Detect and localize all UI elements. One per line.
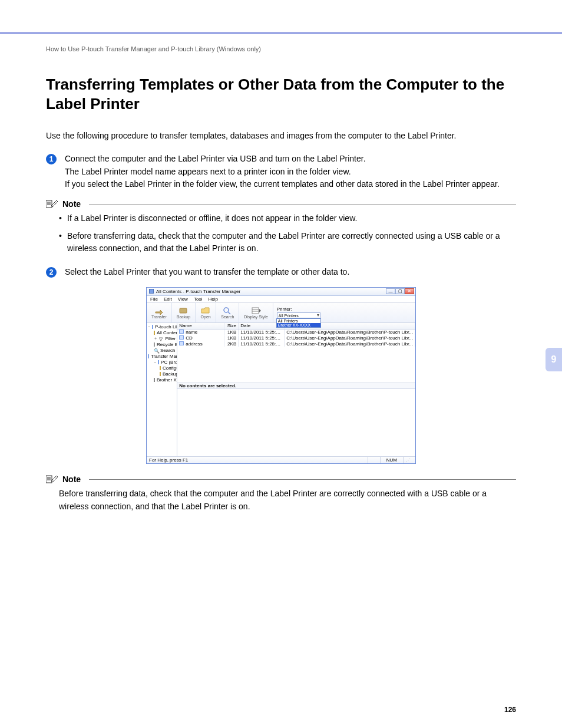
transfer-icon [154, 307, 164, 315]
svg-point-5 [224, 308, 229, 312]
app-icon [149, 289, 154, 294]
minimize-button[interactable]: — [386, 288, 395, 294]
tb-transfer-label: Transfer [151, 315, 167, 319]
tb-backup[interactable]: Backup [172, 303, 196, 322]
note-title: Note [62, 199, 81, 209]
step-1-line-1: Connect the computer and the Label Print… [65, 154, 366, 163]
status-grip: ⋰ [403, 456, 413, 463]
menu-file[interactable]: File [150, 297, 158, 302]
step-2-body: Select the Label Printer that you want t… [65, 266, 516, 279]
tb-search-label: Search [221, 315, 234, 319]
step-1: 1 Connect the computer and the Label Pri… [46, 153, 516, 191]
note-icon [46, 475, 59, 484]
tree-recycle-bin[interactable]: Recycle Bin [148, 342, 176, 348]
tb-transfer[interactable]: Transfer [147, 303, 172, 322]
page-title: Transferring Templates or Other Data fro… [46, 75, 516, 113]
tb-search[interactable]: Search [216, 303, 239, 322]
tree-search-results[interactable]: 🔍Search Results [148, 348, 176, 354]
maximize-button[interactable]: ▢ [395, 288, 405, 294]
status-cell-empty [368, 456, 380, 463]
col-name[interactable]: Name [177, 323, 224, 329]
chapter-tab: 9 [546, 348, 562, 371]
tree-printer[interactable]: Brother XX-XXXX [148, 377, 176, 383]
printer-label: Printer: [277, 307, 320, 312]
svg-rect-7 [252, 308, 259, 314]
tb-open[interactable]: Open [196, 303, 216, 322]
printer-option-all[interactable]: All Printers [277, 319, 320, 323]
toolbar: Transfer Backup Open Search Display Styl… [147, 303, 415, 323]
printer-select[interactable]: All Printers [277, 312, 320, 318]
tree-all-contents[interactable]: All Contents [148, 330, 176, 336]
tb-printer-selector: Printer: All Printers All Printers Broth… [273, 307, 324, 318]
step-1-body: Connect the computer and the Label Print… [65, 153, 516, 191]
tree-configurations[interactable]: Configurations [148, 365, 176, 371]
tb-display-label: Display Style [244, 315, 267, 319]
menu-tool[interactable]: Tool [194, 297, 203, 302]
app-window: All Contents - P-touch Transfer Manager … [146, 287, 416, 464]
menubar: File Edit View Tool Help [147, 296, 415, 303]
menu-edit[interactable]: Edit [164, 297, 172, 302]
tb-display-style[interactable]: Display Style [239, 303, 273, 322]
step-1-line-3: If you select the Label Printer in the f… [65, 179, 500, 189]
tb-open-label: Open [201, 315, 211, 319]
tree-backups[interactable]: Backups [148, 371, 176, 377]
printer-dropdown: All Printers Brother XX-XXXX [276, 318, 321, 328]
tree-ptouch-library[interactable]: −P-touch Library [148, 324, 176, 330]
status-help: For Help, press F1 [149, 457, 188, 463]
note-block-1: Note If a Label Printer is disconnected … [46, 199, 516, 255]
svg-rect-10 [46, 476, 52, 483]
note-icon [46, 199, 59, 209]
tree-transfer-manager[interactable]: Transfer Manager [148, 354, 176, 360]
titlebar[interactable]: All Contents - P-touch Transfer Manager … [147, 288, 415, 296]
printer-select-value: All Printers [279, 314, 299, 318]
status-numlock: NUM [380, 456, 403, 463]
step-2: 2 Select the Label Printer that you want… [46, 266, 516, 279]
note-title: Note [62, 475, 81, 484]
page-number: 126 [504, 706, 516, 714]
svg-rect-0 [46, 200, 52, 207]
window-title: All Contents - P-touch Transfer Manager [156, 289, 240, 294]
note-1-bullet-2: Before transferring data, check that the… [59, 230, 516, 255]
step-1-line-2: The Label Printer model name appears nex… [65, 167, 351, 176]
file-icon [179, 335, 184, 340]
page-content: How to Use P-touch Transfer Manager and … [0, 34, 562, 547]
search-icon [222, 307, 233, 315]
tb-backup-label: Backup [177, 315, 190, 319]
intro-paragraph: Use the following procedure to transfer … [46, 130, 516, 142]
list-body: name 1KB 11/10/2011 5:25:10... C:\Users\… [177, 330, 415, 383]
col-size[interactable]: Size [224, 323, 239, 329]
file-icon [179, 341, 184, 345]
preview-area [177, 389, 415, 456]
tree-filter[interactable]: +▽Filter [148, 336, 176, 342]
file-icon [179, 330, 184, 334]
folder-tree: −P-touch Library All Contents +▽Filter R… [147, 323, 177, 456]
note-1-bullet-1: If a Label Printer is disconnected or of… [59, 212, 516, 225]
breadcrumb: How to Use P-touch Transfer Manager and … [46, 45, 516, 52]
close-button[interactable]: ✕ [405, 288, 414, 294]
step-number-badge: 1 [46, 154, 57, 164]
list-row[interactable]: address 2KB 11/10/2011 5:28:23... C:\Use… [177, 341, 415, 347]
tree-pc[interactable]: −PC (Brother XX-XXXX) [148, 360, 176, 365]
display-style-icon [251, 307, 262, 315]
note-block-2: Note Before transferring data, check tha… [46, 475, 516, 513]
step-number-badge: 2 [46, 267, 57, 278]
menu-help[interactable]: Help [209, 297, 218, 302]
svg-rect-4 [180, 308, 187, 313]
list-row[interactable]: name 1KB 11/10/2011 5:25:10... C:\Users\… [177, 330, 415, 335]
open-icon [200, 307, 211, 315]
preview-header: No contents are selected. [177, 383, 415, 389]
backup-icon [178, 307, 189, 315]
statusbar: For Help, press F1 NUM ⋰ [147, 456, 415, 463]
printer-option-model[interactable]: Brother XX-XXXX [277, 323, 320, 327]
note-rule [89, 205, 516, 205]
svg-line-6 [228, 312, 230, 314]
menu-view[interactable]: View [178, 297, 188, 302]
note-2-text: Before transferring data, check that the… [46, 487, 516, 513]
note-rule [89, 479, 516, 480]
list-row[interactable]: CD 1KB 11/10/2011 5:25:33... C:\Users\Us… [177, 335, 415, 341]
